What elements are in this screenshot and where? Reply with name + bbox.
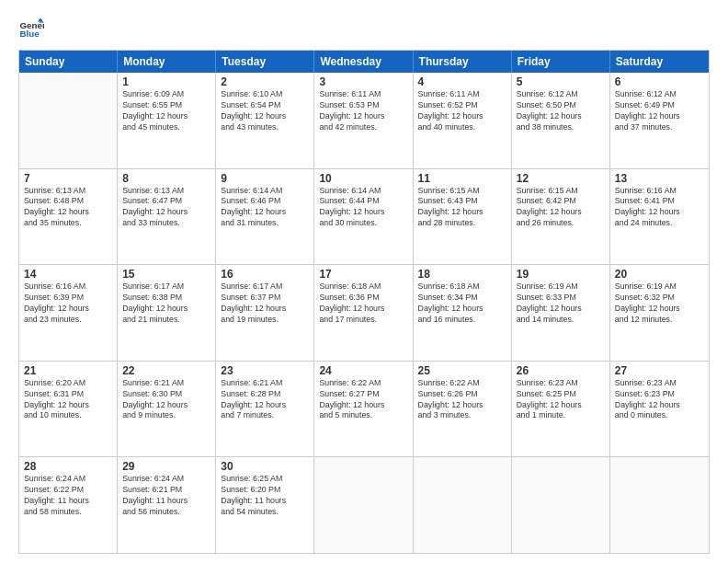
- header-day: Saturday: [610, 51, 709, 73]
- day-number: 1: [122, 75, 210, 88]
- cell-info: Daylight: 12 hours: [517, 304, 605, 315]
- cell-info: Sunrise: 6:12 AM: [615, 89, 704, 100]
- day-number: 12: [517, 172, 605, 185]
- header-day: Monday: [118, 51, 216, 73]
- day-number: 4: [418, 75, 506, 88]
- cell-info: Sunrise: 6:24 AM: [122, 474, 210, 485]
- cell-info: Sunset: 6:44 PM: [319, 196, 407, 207]
- cell-info: Daylight: 11 hours: [221, 496, 309, 507]
- cell-info: and 14 minutes.: [517, 315, 605, 326]
- cell-info: and 12 minutes.: [615, 315, 704, 326]
- cell-info: Daylight: 12 hours: [122, 111, 210, 122]
- cell-info: Daylight: 12 hours: [517, 111, 605, 122]
- cell-info: and 28 minutes.: [418, 218, 506, 229]
- cell-info: Daylight: 12 hours: [122, 400, 210, 411]
- cell-info: Daylight: 12 hours: [615, 111, 704, 122]
- calendar-cell: 10Sunrise: 6:14 AMSunset: 6:44 PMDayligh…: [314, 169, 413, 265]
- calendar-cell: 20Sunrise: 6:19 AMSunset: 6:32 PMDayligh…: [610, 265, 709, 361]
- cell-info: and 3 minutes.: [418, 410, 506, 421]
- cell-info: and 43 minutes.: [221, 122, 309, 133]
- calendar-cell: 23Sunrise: 6:21 AMSunset: 6:28 PMDayligh…: [216, 362, 314, 457]
- svg-text:Blue: Blue: [19, 29, 40, 39]
- cell-info: Daylight: 12 hours: [319, 304, 407, 315]
- cell-info: and 7 minutes.: [221, 410, 309, 421]
- day-number: 11: [418, 172, 506, 185]
- day-number: 26: [517, 364, 605, 377]
- cell-info: and 5 minutes.: [319, 410, 407, 421]
- calendar-cell: 8Sunrise: 6:13 AMSunset: 6:47 PMDaylight…: [118, 169, 216, 265]
- calendar-cell: 4Sunrise: 6:11 AMSunset: 6:52 PMDaylight…: [414, 73, 512, 168]
- cell-info: Sunset: 6:46 PM: [221, 196, 309, 207]
- cell-info: Daylight: 12 hours: [319, 111, 407, 122]
- cell-info: Sunset: 6:38 PM: [122, 293, 210, 304]
- calendar-cell: 19Sunrise: 6:19 AMSunset: 6:33 PMDayligh…: [512, 265, 610, 361]
- calendar-cell: 12Sunrise: 6:15 AMSunset: 6:42 PMDayligh…: [512, 169, 610, 265]
- day-number: 19: [517, 268, 605, 281]
- cell-info: Daylight: 12 hours: [221, 400, 309, 411]
- cell-info: Sunset: 6:54 PM: [221, 100, 309, 111]
- calendar-cell: 9Sunrise: 6:14 AMSunset: 6:46 PMDaylight…: [216, 169, 314, 265]
- cell-info: and 9 minutes.: [122, 410, 210, 421]
- cell-info: Sunset: 6:36 PM: [319, 293, 407, 304]
- cell-info: Sunset: 6:28 PM: [221, 389, 309, 400]
- cell-info: Daylight: 12 hours: [418, 400, 506, 411]
- cell-info: and 23 minutes.: [24, 315, 112, 326]
- cell-info: Sunrise: 6:19 AM: [517, 282, 605, 293]
- day-number: 10: [319, 172, 407, 185]
- calendar-cell: 22Sunrise: 6:21 AMSunset: 6:30 PMDayligh…: [118, 362, 216, 457]
- header-day: Friday: [512, 51, 610, 73]
- cell-info: Daylight: 12 hours: [418, 111, 506, 122]
- calendar-cell: [610, 457, 709, 553]
- calendar-cell: 28Sunrise: 6:24 AMSunset: 6:22 PMDayligh…: [19, 457, 118, 553]
- cell-info: Sunrise: 6:24 AM: [24, 474, 112, 485]
- cell-info: Sunset: 6:26 PM: [418, 389, 506, 400]
- logo: General Blue: [18, 17, 44, 42]
- calendar-cell: 27Sunrise: 6:23 AMSunset: 6:23 PMDayligh…: [610, 362, 709, 457]
- calendar-cell: 6Sunrise: 6:12 AMSunset: 6:49 PMDaylight…: [610, 73, 709, 168]
- cell-info: Sunset: 6:30 PM: [122, 389, 210, 400]
- day-number: 13: [615, 172, 704, 185]
- day-number: 5: [517, 75, 605, 88]
- cell-info: Daylight: 12 hours: [221, 207, 309, 218]
- cell-info: Daylight: 12 hours: [221, 304, 309, 315]
- calendar-cell: 2Sunrise: 6:10 AMSunset: 6:54 PMDaylight…: [216, 73, 314, 168]
- header-day: Tuesday: [216, 51, 314, 73]
- cell-info: and 54 minutes.: [221, 507, 309, 518]
- cell-info: Sunset: 6:55 PM: [122, 100, 210, 111]
- cell-info: Daylight: 12 hours: [24, 304, 112, 315]
- cell-info: Sunrise: 6:11 AM: [418, 89, 506, 100]
- cell-info: Sunset: 6:23 PM: [615, 389, 704, 400]
- cell-info: Daylight: 12 hours: [418, 207, 506, 218]
- cell-info: and 40 minutes.: [418, 122, 506, 133]
- day-number: 30: [221, 460, 309, 473]
- cell-info: Sunset: 6:47 PM: [122, 196, 210, 207]
- day-number: 23: [221, 364, 309, 377]
- day-number: 29: [122, 460, 210, 473]
- cell-info: and 33 minutes.: [122, 218, 210, 229]
- cell-info: and 17 minutes.: [319, 315, 407, 326]
- cell-info: Daylight: 12 hours: [319, 207, 407, 218]
- cell-info: Daylight: 12 hours: [615, 304, 704, 315]
- cell-info: and 10 minutes.: [24, 410, 112, 421]
- cell-info: Sunrise: 6:15 AM: [517, 186, 605, 197]
- cell-info: Sunset: 6:49 PM: [615, 100, 704, 111]
- cell-info: Daylight: 12 hours: [24, 207, 112, 218]
- day-number: 17: [319, 268, 407, 281]
- logo-icon: General Blue: [18, 17, 44, 42]
- cell-info: and 30 minutes.: [319, 218, 407, 229]
- day-number: 27: [615, 364, 704, 377]
- cell-info: and 56 minutes.: [122, 507, 210, 518]
- day-number: 21: [24, 364, 112, 377]
- cell-info: and 24 minutes.: [615, 218, 704, 229]
- cell-info: Sunset: 6:25 PM: [517, 389, 605, 400]
- cell-info: Sunset: 6:42 PM: [517, 196, 605, 207]
- cell-info: Sunrise: 6:13 AM: [24, 186, 112, 197]
- cell-info: Sunrise: 6:21 AM: [122, 378, 210, 389]
- day-number: 25: [418, 364, 506, 377]
- calendar-cell: 11Sunrise: 6:15 AMSunset: 6:43 PMDayligh…: [414, 169, 512, 265]
- calendar-cell: [314, 457, 413, 553]
- calendar-cell: [414, 457, 512, 553]
- cell-info: Sunset: 6:21 PM: [122, 485, 210, 496]
- cell-info: Sunset: 6:53 PM: [319, 100, 407, 111]
- cell-info: and 0 minutes.: [615, 410, 704, 421]
